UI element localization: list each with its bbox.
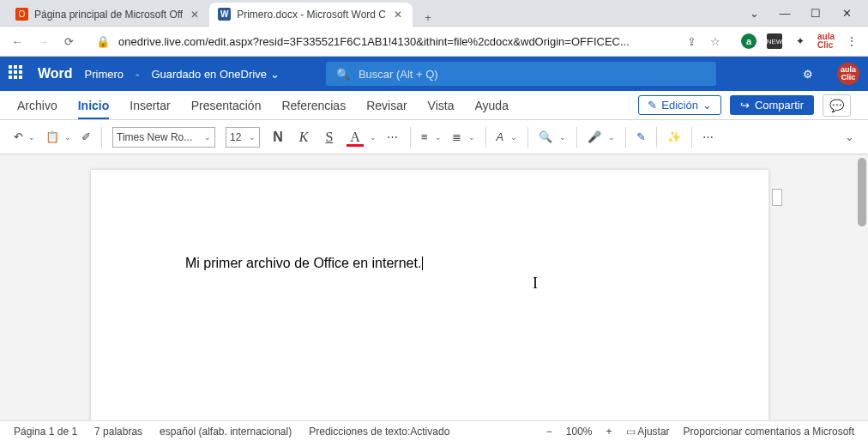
font-size-select[interactable]: 12⌄ bbox=[226, 127, 260, 148]
tab-ayuda[interactable]: Ayuda bbox=[474, 99, 508, 112]
more-tools-icon[interactable]: ⋯ bbox=[702, 130, 715, 143]
share-button[interactable]: ↪ Compartir bbox=[730, 95, 814, 115]
find-icon[interactable]: 🔍 bbox=[539, 130, 552, 143]
tab-revisar[interactable]: Revisar bbox=[366, 99, 407, 112]
chevron-down-icon: ⌄ bbox=[702, 99, 712, 112]
search-input[interactable]: 🔍 Buscar (Alt + Q) bbox=[326, 62, 716, 86]
chevron-down-icon[interactable]: ⌄ bbox=[435, 133, 442, 142]
bullets-icon[interactable]: ≡ bbox=[421, 130, 428, 143]
extension-a-icon[interactable]: a bbox=[741, 33, 756, 49]
tab-presentacion[interactable]: Presentación bbox=[191, 99, 262, 112]
document-text[interactable]: Mi primer archivo de Office en internet. bbox=[185, 256, 423, 271]
close-icon[interactable]: ✕ bbox=[392, 9, 404, 21]
feedback-link[interactable]: Proporcionar comentarios a Microsoft bbox=[684, 426, 854, 438]
tab-title: Primero.docx - Microsoft Word C bbox=[237, 9, 386, 21]
format-painter-icon[interactable]: ✐ bbox=[81, 130, 91, 143]
undo-icon[interactable]: ↶ bbox=[14, 130, 23, 143]
tab-inicio[interactable]: Inicio bbox=[78, 99, 110, 119]
collapse-ribbon-icon[interactable]: ⌄ bbox=[845, 130, 854, 143]
app-launcher-icon[interactable] bbox=[9, 65, 26, 82]
fit-page-button[interactable]: ▭ Ajustar bbox=[626, 426, 670, 438]
reload-icon[interactable]: ⟳ bbox=[60, 33, 77, 50]
chevron-down-icon[interactable]: ⌄ bbox=[748, 7, 760, 19]
minimize-icon[interactable]: — bbox=[779, 7, 791, 19]
browser-tab-word[interactable]: W Primero.docx - Microsoft Word C ✕ bbox=[209, 3, 413, 27]
zoom-in-icon[interactable]: + bbox=[606, 426, 612, 438]
zoom-out-icon[interactable]: − bbox=[546, 426, 552, 438]
maximize-icon[interactable]: ☐ bbox=[810, 7, 822, 19]
text-predictions-status[interactable]: Predicciones de texto:Activado bbox=[309, 426, 449, 438]
bold-button[interactable]: N bbox=[270, 130, 286, 145]
extension-new-icon[interactable]: NEW bbox=[767, 33, 782, 49]
tab-insertar[interactable]: Insertar bbox=[130, 99, 170, 112]
chevron-down-icon[interactable]: ⌄ bbox=[28, 133, 35, 142]
edit-mode-button[interactable]: ✎ Edición ⌄ bbox=[638, 95, 721, 115]
ibeam-cursor-icon: I bbox=[533, 275, 538, 293]
more-formatting-icon[interactable]: ⋯ bbox=[387, 130, 400, 143]
font-color-button[interactable]: A bbox=[347, 130, 363, 145]
back-icon[interactable]: ← bbox=[9, 33, 26, 50]
editor-icon[interactable]: ✎ bbox=[636, 130, 646, 143]
font-size: 12 bbox=[230, 131, 241, 143]
word-header: Word Primero - Guardado en OneDrive ⌄ 🔍 … bbox=[0, 57, 868, 91]
url-input[interactable]: 🔒 onedrive.live.com/edit.aspx?resid=3F33… bbox=[86, 29, 732, 53]
designer-icon[interactable]: ✨ bbox=[667, 130, 681, 143]
clipboard-icon[interactable]: 📋 bbox=[45, 130, 59, 143]
close-window-icon[interactable]: ✕ bbox=[841, 7, 853, 19]
comments-button[interactable]: 💬 bbox=[823, 94, 851, 117]
share-icon: ↪ bbox=[740, 99, 750, 112]
browser-tabs: O Página principal de Microsoft Off ✕ W … bbox=[0, 0, 732, 27]
url-text: onedrive.live.com/edit.aspx?resid=3F3355… bbox=[118, 35, 676, 48]
search-icon: 🔍 bbox=[336, 68, 350, 81]
document-canvas: Mi primer archivo de Office en internet.… bbox=[0, 154, 868, 420]
tab-referencias[interactable]: Referencias bbox=[281, 99, 346, 112]
edit-label: Edición bbox=[661, 99, 698, 112]
chevron-down-icon[interactable]: ⌄ bbox=[608, 133, 615, 142]
ruler-marker[interactable] bbox=[772, 189, 782, 206]
comment-icon: 💬 bbox=[829, 99, 844, 112]
toolbar: ↶⌄ 📋⌄ ✐ Times New Ro...⌄ 12⌄ N K S A⌄ ⋯ … bbox=[0, 120, 868, 154]
italic-button[interactable]: K bbox=[296, 130, 311, 145]
save-status-text: Guardado en OneDrive bbox=[151, 68, 266, 81]
star-icon[interactable]: ☆ bbox=[707, 33, 724, 50]
browser-menu-icon[interactable]: ⋮ bbox=[844, 33, 859, 49]
dictate-icon[interactable]: 🎤 bbox=[588, 130, 601, 143]
extensions-puzzle-icon[interactable]: ✦ bbox=[793, 33, 808, 49]
app-name[interactable]: Word bbox=[38, 66, 73, 82]
font-family-select[interactable]: Times New Ro...⌄ bbox=[112, 127, 215, 148]
styles-icon[interactable]: A bbox=[497, 130, 504, 143]
gear-icon[interactable]: ⚙ bbox=[799, 65, 817, 82]
new-tab-button[interactable]: + bbox=[419, 9, 437, 27]
lock-icon[interactable]: 🔒 bbox=[94, 33, 112, 50]
extension-aulaclic-icon[interactable]: aulaClic bbox=[818, 33, 834, 49]
numbering-icon[interactable]: ≣ bbox=[452, 130, 461, 143]
chevron-down-icon[interactable]: ⌄ bbox=[559, 133, 566, 142]
zoom-level[interactable]: 100% bbox=[566, 426, 593, 438]
language-status[interactable]: español (alfab. internacional) bbox=[160, 426, 292, 438]
font-name: Times New Ro... bbox=[117, 131, 192, 143]
word-count[interactable]: 7 palabras bbox=[94, 426, 142, 438]
document-page[interactable]: Mi primer archivo de Office en internet.… bbox=[91, 170, 769, 420]
vertical-scrollbar[interactable] bbox=[858, 158, 866, 227]
share-label: Compartir bbox=[755, 99, 804, 112]
chevron-down-icon[interactable]: ⌄ bbox=[370, 133, 377, 142]
close-icon[interactable]: ✕ bbox=[189, 9, 201, 21]
chevron-down-icon: ⌄ bbox=[270, 68, 280, 81]
document-name[interactable]: Primero bbox=[85, 68, 124, 81]
share-url-icon[interactable]: ⇪ bbox=[683, 33, 700, 50]
chevron-down-icon[interactable]: ⌄ bbox=[510, 133, 517, 142]
tab-archivo[interactable]: Archivo bbox=[17, 99, 57, 112]
tab-vista[interactable]: Vista bbox=[428, 99, 455, 112]
page-count[interactable]: Página 1 de 1 bbox=[14, 426, 77, 438]
extension-icons: a NEW ✦ aulaClic ⋮ bbox=[741, 33, 859, 49]
browser-tab-strip: O Página principal de Microsoft Off ✕ W … bbox=[0, 0, 868, 27]
chevron-down-icon[interactable]: ⌄ bbox=[64, 133, 71, 142]
browser-tab-office[interactable]: O Página principal de Microsoft Off ✕ bbox=[7, 3, 209, 27]
user-avatar[interactable]: aula Clic bbox=[837, 63, 859, 85]
ribbon-tabs: Archivo Inicio Insertar Presentación Ref… bbox=[0, 91, 868, 120]
save-status[interactable]: Guardado en OneDrive ⌄ bbox=[151, 68, 279, 81]
chevron-down-icon[interactable]: ⌄ bbox=[468, 133, 475, 142]
window-controls: ⌄ — ☐ ✕ bbox=[732, 7, 868, 19]
underline-button[interactable]: S bbox=[322, 130, 337, 145]
text-caret bbox=[422, 257, 423, 270]
